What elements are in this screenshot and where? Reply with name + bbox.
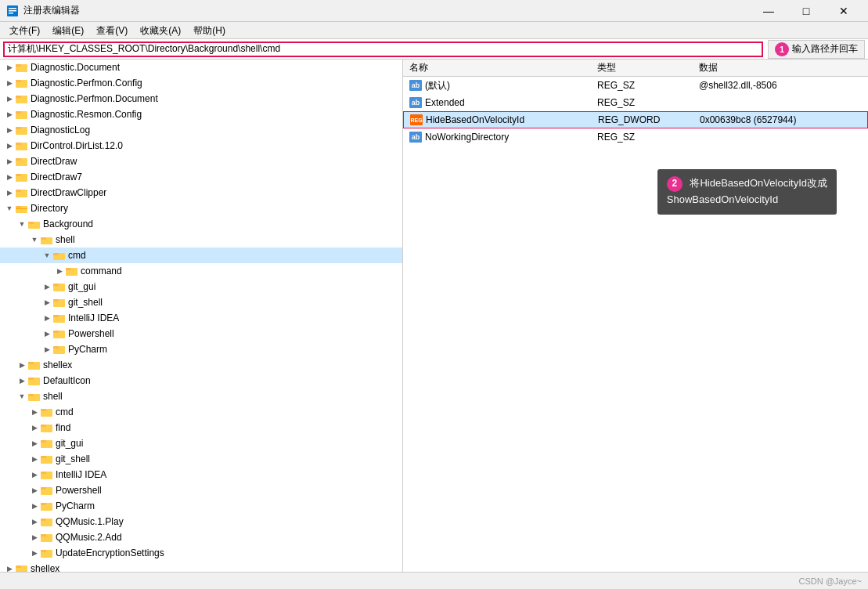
minimize-button[interactable]: — — [751, 0, 787, 22]
tree-toggle[interactable]: ▶ — [3, 124, 16, 136]
tree-item[interactable]: ▶ DirectDraw — [0, 154, 402, 169]
table-row-selected[interactable]: REG HideBasedOnVelocityId REG_DWORD 0x00… — [403, 111, 868, 128]
address-input[interactable] — [3, 42, 763, 57]
table-row[interactable]: ab NoWorkingDirectory REG_SZ — [403, 128, 868, 146]
tree-toggle[interactable]: ▶ — [28, 547, 41, 559]
menu-bar: 文件(F) 编辑(E) 查看(V) 收藏夹(A) 帮助(H) — [0, 22, 868, 39]
cell-name: ab Extended — [403, 97, 591, 108]
tree-toggle[interactable]: ▶ — [41, 312, 53, 324]
tree-toggle[interactable]: ▶ — [28, 453, 41, 465]
folder-icon — [41, 500, 53, 511]
tree-toggle[interactable]: ▼ — [16, 390, 28, 403]
tree-item[interactable]: ▶ find — [0, 420, 402, 435]
svg-rect-19 — [16, 174, 21, 176]
tree-item[interactable]: ▶ PyCharm — [0, 498, 402, 514]
tree-item-command[interactable]: ▶ command — [0, 263, 402, 279]
tree-toggle[interactable]: ▶ — [41, 343, 53, 356]
tree-item[interactable]: ▶ PyCharm — [0, 341, 402, 357]
tree-toggle[interactable]: ▶ — [3, 139, 16, 152]
tree-label: shell — [56, 234, 75, 245]
tree-toggle[interactable]: ▶ — [53, 265, 66, 277]
tree-toggle[interactable]: ▶ — [3, 155, 16, 168]
tree-item[interactable]: ▶ Diagnostic.Resmon.Config — [0, 107, 402, 122]
tree-toggle[interactable]: ▶ — [3, 171, 16, 183]
table-row[interactable]: ab (默认) REG_SZ @shell32.dll,-8506 — [403, 77, 868, 94]
menu-edit[interactable]: 编辑(E) — [46, 22, 90, 39]
folder-icon — [53, 297, 66, 308]
tree-item[interactable]: ▶ git_shell — [0, 294, 402, 310]
status-right: CSDN @Jayce~ — [798, 576, 862, 586]
tree-toggle[interactable]: ▶ — [3, 77, 16, 89]
tree-toggle[interactable]: ▶ — [28, 500, 41, 512]
tree-item[interactable]: ▶ IntelliJ IDEA — [0, 467, 402, 482]
table-row[interactable]: ab Extended REG_SZ — [403, 94, 868, 111]
tree-item-directory[interactable]: ▼ Directory — [0, 201, 402, 216]
menu-favorites[interactable]: 收藏夹(A) — [134, 22, 187, 39]
tree-item[interactable]: ▶ Diagnostic.Perfmon.Config — [0, 75, 402, 91]
table-header: 名称 类型 数据 — [403, 60, 868, 77]
tree-item[interactable]: ▶ QQMusic.1.Play — [0, 514, 402, 529]
tree-toggle[interactable]: ▶ — [28, 421, 41, 434]
menu-view[interactable]: 查看(V) — [90, 22, 134, 39]
tree-toggle[interactable]: ▶ — [3, 186, 16, 199]
tree-item[interactable]: ▶ Diagnostic.Document — [0, 60, 402, 75]
tree-item[interactable]: ▶ shellex — [0, 357, 402, 373]
tree-toggle[interactable]: ▶ — [41, 327, 53, 340]
tree-toggle[interactable]: ▶ — [3, 562, 16, 572]
tree-toggle[interactable]: ▶ — [3, 92, 16, 105]
reg-icon-ab: ab — [409, 132, 422, 143]
tree-toggle[interactable]: ▼ — [16, 218, 28, 230]
tree-label: find — [56, 422, 70, 433]
window-controls: — □ ✕ — [751, 0, 862, 22]
menu-help[interactable]: 帮助(H) — [187, 22, 232, 39]
tree-toggle[interactable]: ▶ — [16, 359, 28, 371]
tree-item[interactable]: ▶ IntelliJ IDEA — [0, 310, 402, 326]
tree-item[interactable]: ▶ Powershell — [0, 482, 402, 498]
hint-badge: 1 — [775, 42, 789, 56]
tree-toggle[interactable]: ▶ — [28, 484, 41, 497]
folder-icon — [16, 172, 28, 182]
tree-item-cmd-selected[interactable]: ▼ cmd — [0, 248, 402, 263]
tree-item[interactable]: ▶ Diagnostic.Perfmon.Document — [0, 91, 402, 107]
cell-data: @shell32.dll,-8506 — [693, 80, 868, 91]
menu-file[interactable]: 文件(F) — [3, 22, 46, 39]
tree-toggle[interactable]: ▶ — [28, 437, 41, 450]
tree-item-shell-1[interactable]: ▼ shell — [0, 388, 402, 404]
tree-toggle[interactable]: ▶ — [41, 296, 53, 309]
tree-toggle[interactable]: ▼ — [41, 249, 53, 262]
tree-toggle[interactable]: ▼ — [28, 233, 41, 246]
tree-toggle[interactable]: ▶ — [28, 406, 41, 418]
tree-item[interactable]: ▶ DirectDraw7 — [0, 169, 402, 185]
folder-icon — [16, 563, 28, 572]
tree-toggle[interactable]: ▶ — [28, 468, 41, 481]
tree-item[interactable]: ▶ UpdateEncryptionSettings — [0, 545, 402, 561]
close-button[interactable]: ✕ — [826, 0, 862, 22]
tree-item-shell-2[interactable]: ▼ shell — [0, 232, 402, 248]
tree-item[interactable]: ▶ git_gui — [0, 279, 402, 294]
tree-item[interactable]: ▶ DefaultIcon — [0, 373, 402, 388]
main-layout: ▶ Diagnostic.Document ▶ Diagnostic.Perfm… — [0, 60, 868, 572]
tree-item[interactable]: ▶ DiagnosticLog — [0, 122, 402, 138]
folder-icon — [28, 375, 41, 386]
tree-item[interactable]: ▶ cmd — [0, 404, 402, 420]
tree-item[interactable]: ▶ DirControl.DirList.12.0 — [0, 138, 402, 154]
tree-item[interactable]: ▶ Powershell — [0, 326, 402, 341]
right-panel: 名称 类型 数据 ab (默认) REG_SZ @shell32.dll,-85… — [403, 60, 868, 572]
tree-item-background[interactable]: ▼ Background — [0, 216, 402, 232]
svg-rect-5 — [16, 64, 21, 67]
folder-icon — [41, 516, 53, 527]
tree-toggle[interactable]: ▶ — [28, 531, 41, 544]
tree-toggle[interactable]: ▼ — [3, 202, 16, 215]
tree-item[interactable]: ▶ QQMusic.2.Add — [0, 529, 402, 545]
status-bar: CSDN @Jayce~ — [0, 572, 868, 589]
tree-toggle[interactable]: ▶ — [3, 108, 16, 121]
maximize-button[interactable]: □ — [788, 0, 824, 22]
tree-item[interactable]: ▶ git_shell — [0, 451, 402, 467]
tree-toggle[interactable]: ▶ — [41, 280, 53, 293]
tree-item[interactable]: ▶ shellex — [0, 561, 402, 572]
tree-item[interactable]: ▶ DirectDrawClipper — [0, 185, 402, 201]
tree-toggle[interactable]: ▶ — [16, 374, 28, 387]
tree-toggle[interactable]: ▶ — [3, 61, 16, 74]
tree-toggle[interactable]: ▶ — [28, 515, 41, 528]
tree-item[interactable]: ▶ git_gui — [0, 435, 402, 451]
